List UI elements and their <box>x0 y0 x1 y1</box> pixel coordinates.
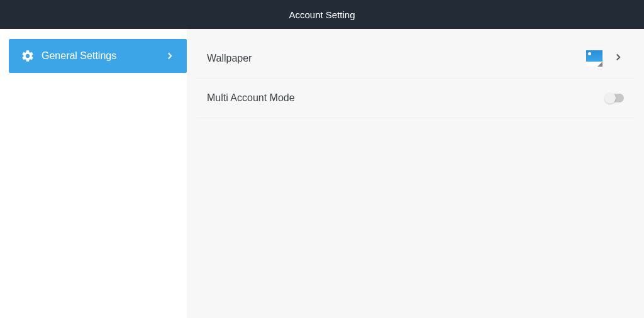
chevron-right-icon <box>613 52 624 65</box>
main-panel: Wallpaper Multi Account Mode <box>187 29 644 318</box>
gear-icon <box>20 48 35 63</box>
row-wallpaper-label: Wallpaper <box>207 53 586 64</box>
row-wallpaper-right <box>586 50 624 67</box>
row-multi-account-label: Multi Account Mode <box>207 92 605 104</box>
sidebar-item-label: General Settings <box>42 50 164 62</box>
sidebar: General Settings <box>0 29 187 318</box>
multi-account-toggle[interactable] <box>605 94 624 102</box>
page-header: Account Setting <box>0 0 644 29</box>
wallpaper-thumbnail-icon <box>586 50 602 67</box>
chevron-right-icon <box>164 50 175 62</box>
row-multi-account-mode[interactable]: Multi Account Mode <box>197 79 634 118</box>
sidebar-item-general-settings[interactable]: General Settings <box>9 39 187 73</box>
row-wallpaper[interactable]: Wallpaper <box>197 39 634 79</box>
content-area: General Settings Wallpaper <box>0 29 644 318</box>
row-multi-account-right <box>605 94 624 102</box>
toggle-knob <box>604 92 616 104</box>
page-title: Account Setting <box>289 9 355 20</box>
